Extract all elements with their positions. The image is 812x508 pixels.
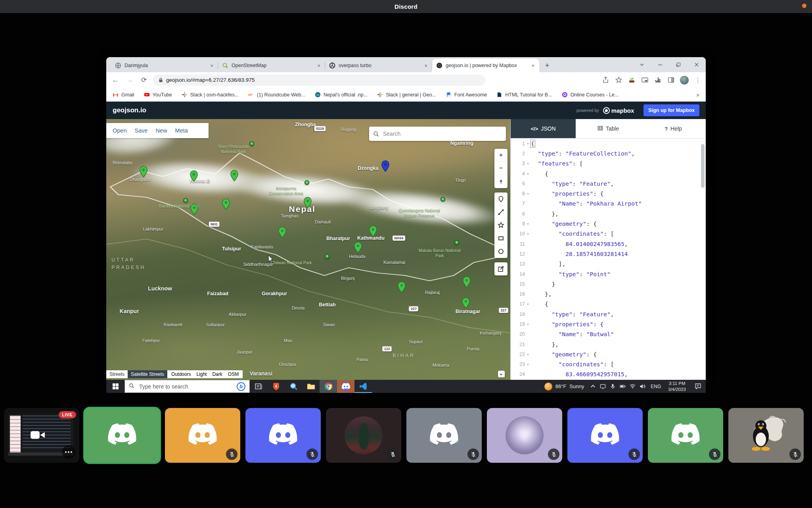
back-button[interactable]: ←	[110, 76, 121, 84]
draw-marker-button[interactable]	[494, 192, 508, 206]
draw-rectangle-button[interactable]	[494, 232, 508, 245]
map-marker-dot[interactable]	[183, 198, 188, 203]
profile-avatar[interactable]	[680, 76, 689, 85]
map-marker-pin[interactable]	[303, 197, 312, 208]
taskbar-weather[interactable]: 86°F Sunny	[540, 383, 588, 391]
layer-satellite-streets[interactable]: Satellite Streets	[128, 370, 167, 378]
fold-arrow-icon[interactable]: ▾	[525, 352, 531, 356]
side-panel-icon[interactable]	[667, 76, 675, 84]
fold-arrow-icon[interactable]: ▾	[525, 172, 531, 176]
browser-tab[interactable]: overpass turbo×	[325, 59, 432, 72]
json-editor[interactable]: 1▾{2 "type": "FeatureCollection",3▾ "fea…	[511, 139, 706, 380]
fold-arrow-icon[interactable]: ▾	[525, 192, 531, 196]
battery-icon[interactable]	[618, 380, 628, 393]
bookmark-item[interactable]: Slack | osm-hackfes...	[182, 92, 239, 98]
zoom-out-button[interactable]: −	[494, 162, 508, 175]
taskbar-vscode-icon[interactable]	[354, 380, 372, 393]
bookmark-item[interactable]: YouTube	[144, 92, 172, 98]
fold-arrow-icon[interactable]: ▾	[525, 322, 531, 326]
compass-button[interactable]: ▴▾	[494, 175, 508, 188]
minimize-button[interactable]	[651, 57, 669, 72]
volume-icon[interactable]	[638, 380, 647, 393]
map-marker-pin[interactable]	[139, 166, 148, 177]
browser-tab[interactable]: OpenStreetMap×	[218, 59, 325, 72]
fold-arrow-icon[interactable]: ▾	[525, 142, 531, 146]
extensions-puzzle-icon[interactable]	[654, 76, 662, 84]
taskbar-search-input[interactable]	[138, 383, 233, 390]
map-marker-pin[interactable]	[461, 297, 470, 309]
participant-tile[interactable]	[487, 408, 562, 463]
forward-button[interactable]: →	[124, 76, 135, 84]
mic-icon[interactable]	[608, 380, 618, 393]
participant-tile[interactable]	[245, 408, 321, 463]
notification-center-icon[interactable]	[690, 380, 706, 393]
share-icon[interactable]	[601, 76, 609, 84]
language-indicator[interactable]: ENG	[647, 384, 664, 389]
map-marker-pin[interactable]	[397, 281, 406, 293]
participant-tile[interactable]	[406, 408, 482, 463]
taskbar-search[interactable]: b	[124, 380, 250, 393]
fold-arrow-icon[interactable]: ▾	[525, 232, 531, 236]
bookmark-item[interactable]: cP(1) Roundcube Web...	[248, 92, 305, 98]
fold-arrow-icon[interactable]: ▾	[525, 302, 531, 306]
bing-icon[interactable]: b	[237, 382, 245, 391]
layer-osm[interactable]: OSM	[228, 371, 239, 377]
taskbar-chrome-icon[interactable]	[320, 380, 337, 393]
map-marker-dot[interactable]	[304, 180, 309, 185]
layer-streets[interactable]: Streets	[106, 370, 128, 378]
map-marker-pin[interactable]	[221, 198, 230, 210]
tab-close-icon[interactable]: ×	[209, 63, 214, 69]
maximize-button[interactable]	[669, 57, 688, 72]
participant-tile[interactable]	[84, 408, 160, 463]
fold-arrow-icon[interactable]: ▾	[525, 222, 531, 226]
map-marker-dot[interactable]	[325, 254, 329, 259]
panel-tab-help[interactable]: ?Help	[641, 119, 706, 138]
extension-plant-icon[interactable]	[628, 76, 636, 84]
map-marker-pin[interactable]	[353, 242, 362, 253]
tab-search-chevron-icon[interactable]	[633, 57, 651, 72]
bookmark-item[interactable]: Online Courses - Le...	[562, 92, 619, 98]
bookmark-star-icon[interactable]	[615, 76, 622, 84]
bookmark-item[interactable]: HTML Tutorial for B...	[496, 92, 552, 98]
taskbar-clock[interactable]: 3:11 PM 3/4/2023	[664, 381, 690, 393]
bookmark-item[interactable]: npNepal's official .np...	[315, 92, 368, 98]
layer-outdoors[interactable]: Outdoors	[171, 371, 191, 377]
tab-close-icon[interactable]: ×	[316, 63, 321, 69]
close-button[interactable]	[688, 57, 706, 72]
layer-dark[interactable]: Dark	[212, 371, 222, 377]
map-marker-pin[interactable]	[230, 170, 239, 181]
start-button[interactable]	[106, 380, 124, 393]
draw-line-button[interactable]	[494, 206, 508, 219]
taskbar-discord-icon[interactable]	[337, 380, 354, 393]
taskbar-search-app-icon[interactable]	[285, 380, 302, 393]
browser-tab[interactable]: Darimjyula×	[111, 59, 218, 72]
mapbox-logo[interactable]: mapbox	[603, 107, 634, 114]
reload-button[interactable]: ⟳	[139, 76, 149, 84]
map-marker-pin[interactable]	[190, 204, 199, 215]
display-icon[interactable]	[598, 380, 608, 393]
url-bar[interactable]: geojson.io/#map=6.27/27.636/83.975	[153, 75, 485, 86]
taskbar-brave-icon[interactable]	[267, 380, 285, 393]
tab-close-icon[interactable]: ×	[423, 63, 428, 69]
fold-arrow-icon[interactable]: ▾	[525, 362, 531, 366]
panel-tab-table[interactable]: Table	[576, 119, 641, 138]
map-marker-dot[interactable]	[249, 141, 254, 146]
wifi-icon[interactable]	[628, 380, 638, 393]
map-canvas[interactable]: NepalZhongbaRugyogDzongkaTingriNgamringK…	[106, 119, 510, 380]
editor-scrollbar[interactable]	[701, 144, 705, 188]
chevron-up-icon[interactable]	[588, 380, 598, 393]
taskbar-task-view-icon[interactable]	[250, 380, 267, 393]
draw-polygon-button[interactable]	[494, 219, 508, 232]
fold-arrow-icon[interactable]: ▾	[525, 162, 531, 165]
bookmarks-overflow[interactable]: »	[696, 92, 699, 98]
map-menu-save[interactable]: Save	[134, 127, 147, 134]
edit-features-button[interactable]	[494, 262, 508, 275]
map-marker-pin[interactable]	[368, 225, 377, 237]
tile-more-button[interactable]	[62, 445, 75, 459]
search-input[interactable]	[382, 130, 502, 137]
map-marker-dot[interactable]	[454, 240, 459, 245]
zoom-in-button[interactable]: +	[494, 149, 508, 162]
participant-tile[interactable]	[567, 408, 643, 463]
taskbar-file-explorer-icon[interactable]	[302, 380, 320, 393]
participant-tile[interactable]	[165, 408, 240, 463]
